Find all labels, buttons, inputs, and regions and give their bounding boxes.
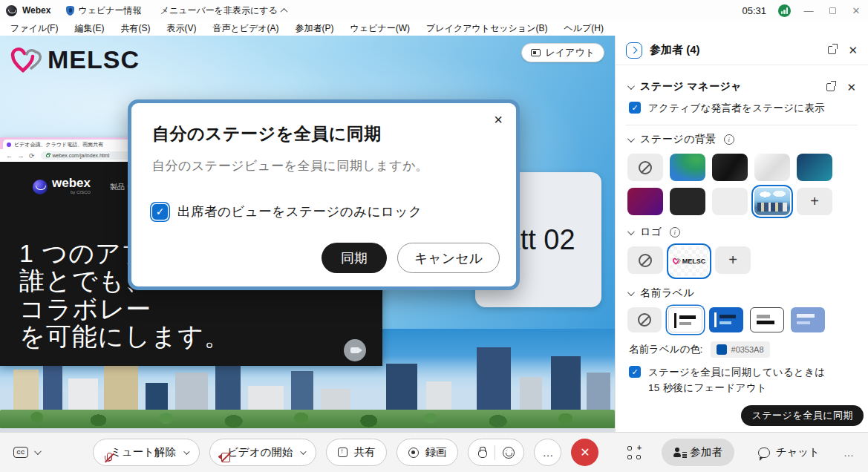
tree-line xyxy=(0,410,615,429)
webex-window: Webex ウェビナー情報 メニューバーを非表示にする 05:31 — ✕ ファ… xyxy=(0,0,868,472)
none-icon xyxy=(627,246,663,274)
sync-button[interactable]: 同期 xyxy=(322,243,387,273)
name-label-style4-swatch[interactable] xyxy=(791,307,825,332)
chat-toggle-button[interactable]: チャット xyxy=(746,439,832,466)
menu-webinar[interactable]: ウェビナー(W) xyxy=(350,22,410,35)
name-label-style1-swatch-selected[interactable] xyxy=(668,307,702,332)
webinar-info-button[interactable]: ウェビナー情報 xyxy=(66,4,141,17)
webex-site-logo: webex by CISCO xyxy=(33,177,91,194)
panel-close-icon[interactable]: ✕ xyxy=(848,45,858,56)
minimize-button[interactable]: — xyxy=(803,5,815,16)
apps-icon[interactable] xyxy=(627,446,641,459)
share-button[interactable]: 共有 xyxy=(326,439,387,466)
shield-icon xyxy=(66,6,74,16)
menu-share[interactable]: 共有(S) xyxy=(120,22,150,35)
toolbar-right-more-button[interactable]: … xyxy=(843,447,855,459)
app-name: Webex xyxy=(22,5,50,16)
more-options-button[interactable]: … xyxy=(534,439,561,466)
dialog-message: 自分のステージビューを全員に同期しますか。 xyxy=(152,157,495,174)
hide-menubar-button[interactable]: メニューバーを非表示にする xyxy=(160,4,287,17)
add-logo-button[interactable]: + xyxy=(715,246,751,274)
start-video-button[interactable]: ビデオの開始 xyxy=(209,439,316,466)
participants-toggle-button[interactable]: 参加者 xyxy=(662,439,734,466)
browser-nav-icons[interactable]: ← → ⟳ xyxy=(6,152,36,160)
maximize-button[interactable] xyxy=(826,5,838,16)
popout-icon[interactable] xyxy=(826,83,835,91)
webex-logo-icon xyxy=(6,5,17,16)
background-charcoal-swatch[interactable] xyxy=(670,188,705,215)
raise-hand-icon[interactable] xyxy=(477,447,487,458)
bottom-toolbar: CC ミュート解除 ビデオの開始 共有 録画 … ✕ xyxy=(0,432,868,472)
active-speaker-checkbox[interactable]: ✓ xyxy=(629,102,641,114)
fade-out-label: ステージを全員に同期しているときは 15 秒後にフェードアウト xyxy=(648,365,825,396)
menu-view[interactable]: 表示(V) xyxy=(166,22,196,35)
menu-participants[interactable]: 参加者(P) xyxy=(296,22,334,35)
chat-bubble-icon xyxy=(758,448,770,458)
chevron-down-icon xyxy=(183,448,189,454)
leave-webinar-button[interactable]: ✕ xyxy=(571,439,598,466)
logo-section-title: ロゴ xyxy=(640,226,662,239)
background-green-blue-swatch[interactable] xyxy=(670,154,705,181)
background-swatch-grid: + xyxy=(627,154,850,215)
add-background-button[interactable]: + xyxy=(797,188,832,215)
popout-icon[interactable] xyxy=(828,46,836,54)
background-white-swatch[interactable] xyxy=(754,154,790,181)
menu-breakout[interactable]: ブレイクアウトセッション(B) xyxy=(426,22,547,35)
background-magenta-swatch[interactable] xyxy=(627,188,663,215)
menu-file[interactable]: ファイル(F) xyxy=(10,22,58,35)
reactions-smiley-icon[interactable] xyxy=(503,447,515,459)
name-label-style2-swatch[interactable] xyxy=(709,307,743,332)
cancel-button[interactable]: キャンセル xyxy=(397,243,500,273)
layout-icon xyxy=(531,49,541,56)
titlebar: Webex ウェビナー情報 メニューバーを非表示にする 05:31 — ✕ xyxy=(0,0,868,21)
name-label-style3-swatch[interactable] xyxy=(750,307,784,332)
name-label-color-picker[interactable]: #0353A8 xyxy=(711,341,770,358)
info-icon[interactable]: i xyxy=(670,227,680,237)
chevron-down-icon[interactable] xyxy=(627,82,635,90)
tab-favicon-icon xyxy=(7,142,11,147)
lock-view-label: 出席者のビューをステージのみにロック xyxy=(177,203,422,220)
info-icon[interactable]: i xyxy=(724,134,734,145)
camera-overlay-badge xyxy=(344,339,366,361)
menu-edit[interactable]: 編集(E) xyxy=(74,22,104,35)
background-none-swatch[interactable] xyxy=(627,154,663,181)
none-icon xyxy=(627,154,663,181)
chevron-down-icon[interactable] xyxy=(627,228,635,235)
logo-none-swatch[interactable] xyxy=(627,246,663,274)
chevron-down-icon[interactable] xyxy=(627,135,635,142)
dialog-title: 自分のステージを全員に同期 xyxy=(152,122,495,145)
connection-quality-icon[interactable] xyxy=(778,4,791,17)
chevron-down-icon xyxy=(34,448,42,455)
menu-help[interactable]: ヘルプ(H) xyxy=(564,22,604,35)
captions-button[interactable]: CC xyxy=(13,447,39,458)
chevron-down-icon[interactable] xyxy=(627,289,635,296)
sync-stage-to-all-button[interactable]: ステージを全員に同期 xyxy=(741,405,864,426)
section-close-icon[interactable]: ✕ xyxy=(846,82,856,93)
chevron-up-icon xyxy=(280,7,287,15)
record-button[interactable]: 録画 xyxy=(397,439,458,466)
participants-icon xyxy=(673,448,684,458)
panel-collapse-button[interactable] xyxy=(626,42,642,59)
active-speaker-label: アクティブな発言者をステージに表示 xyxy=(648,101,825,116)
unmute-button[interactable]: ミュート解除 xyxy=(93,439,200,466)
background-black-swatch[interactable] xyxy=(712,154,748,181)
dialog-close-icon[interactable]: × xyxy=(494,112,503,127)
share-screen-icon xyxy=(338,448,347,457)
melsc-heart-icon xyxy=(10,45,43,74)
fade-out-checkbox[interactable]: ✓ xyxy=(629,366,641,378)
stage-manager-section: ステージ マネージャ ✕ ✓ アクティブな発言者をステージに表示 ステージの背景… xyxy=(616,65,868,396)
melsc-heart-icon xyxy=(673,258,681,265)
close-window-button[interactable]: ✕ xyxy=(850,5,862,16)
lock-view-checkbox[interactable]: ✓ xyxy=(152,204,168,220)
background-city-swatch-selected[interactable] xyxy=(754,188,790,215)
layout-button[interactable]: レイアウト xyxy=(521,43,604,62)
logo-swatch-grid: MELSC + xyxy=(627,246,850,276)
closed-caption-icon: CC xyxy=(13,447,28,458)
name-label-none-swatch[interactable] xyxy=(627,307,662,332)
background-lightgray-swatch[interactable] xyxy=(712,188,748,215)
logo-melsc-swatch-selected[interactable]: MELSC xyxy=(670,246,708,276)
name-label-color-label: 名前ラベルの色: xyxy=(629,343,703,356)
session-timer: 05:31 xyxy=(742,5,766,16)
menu-audio-video[interactable]: 音声とビデオ(A) xyxy=(212,22,278,35)
background-teal-swatch[interactable] xyxy=(797,154,832,181)
